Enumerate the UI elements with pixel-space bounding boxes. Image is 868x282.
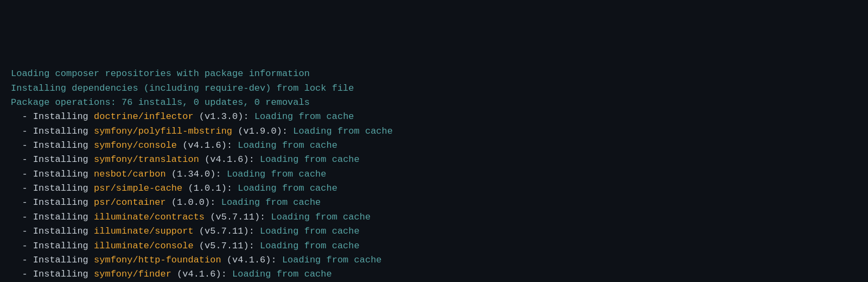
pkg-name: illuminate/support [94, 226, 194, 236]
loading-text: Loading from cache [254, 154, 360, 165]
dash: - Installing [11, 226, 94, 236]
terminal-output: Loading composer repositories with packa… [11, 10, 857, 282]
info-text: Loading composer repositories with packa… [11, 68, 310, 79]
output-line: - Installing symfony/console (v4.1.6): L… [11, 139, 857, 153]
pkg-name: doctrine/inflector [94, 111, 194, 122]
loading-text: Loading from cache [227, 269, 332, 279]
output-line: - Installing illuminate/console (v5.7.11… [11, 239, 857, 253]
dash: - Installing [11, 269, 94, 279]
pkg-version: (v4.1.6): [171, 269, 227, 279]
dash: - Installing [11, 169, 94, 179]
dash: - Installing [11, 140, 94, 151]
dash: - Installing [11, 197, 94, 208]
info-text: Package operations: 76 installs, 0 updat… [11, 97, 310, 108]
output-line: - Installing symfony/finder (v4.1.6): Lo… [11, 267, 857, 281]
pkg-name: illuminate/contracts [94, 212, 205, 222]
pkg-version: (v4.1.6): [221, 255, 277, 265]
output-line: - Installing symfony/translation (v4.1.6… [11, 153, 857, 167]
output-line: - Installing psr/container (1.0.0): Load… [11, 196, 857, 210]
pkg-name: symfony/translation [94, 154, 199, 165]
pkg-name: symfony/finder [94, 269, 171, 279]
prompt-line [11, 10, 857, 67]
pkg-version: (v5.7.11): [205, 212, 265, 222]
spacer [33, 40, 44, 51]
loading-text: Loading from cache [215, 197, 321, 208]
output-line: Loading composer repositories with packa… [11, 67, 857, 81]
output-line: - Installing nesbot/carbon (1.34.0): Loa… [11, 167, 857, 181]
pkg-name: symfony/console [94, 140, 177, 151]
dash: - Installing [11, 255, 94, 265]
loading-text: Loading from cache [232, 140, 337, 151]
pkg-version: (v4.1.6): [199, 154, 254, 165]
loading-text: Loading from cache [221, 169, 327, 179]
pkg-name: psr/simple-cache [94, 183, 182, 193]
pkg-version: (1.0.1): [182, 183, 232, 193]
dash: - Installing [11, 241, 94, 251]
output-line: - Installing illuminate/contracts (v5.7.… [11, 210, 857, 224]
dash: - Installing [11, 111, 94, 122]
loading-text: Loading from cache [265, 212, 371, 222]
pkg-name: illuminate/console [94, 241, 194, 251]
pkg-name: psr/container [94, 197, 166, 208]
loading-text: Loading from cache [232, 183, 337, 193]
output-line: - Installing symfony/http-foundation (v4… [11, 253, 857, 267]
pkg-version: (v5.7.11): [194, 226, 254, 236]
pkg-version: (v4.1.6): [177, 140, 232, 151]
output-line: - Installing psr/simple-cache (1.0.1): L… [11, 181, 857, 196]
pkg-version: (v5.7.11): [194, 241, 254, 251]
pkg-version: (1.34.0): [166, 169, 221, 179]
pkg-version: (1.0.0): [166, 197, 216, 208]
loading-text: Loading from cache [277, 255, 382, 265]
info-text: Installing dependencies (including requi… [11, 83, 354, 93]
dash: - Installing [11, 154, 94, 165]
pkg-version: (v1.9.0): [232, 126, 288, 136]
dash: - Installing [11, 126, 94, 136]
output-line: Package operations: 76 installs, 0 updat… [11, 96, 857, 110]
output-lines: Loading composer repositories with packa… [11, 67, 857, 282]
loading-text: Loading from cache [254, 241, 360, 251]
pkg-name: nesbot/carbon [94, 169, 166, 179]
loading-text: Loading from cache [254, 226, 360, 236]
pkg-name: symfony/http-foundation [94, 255, 221, 265]
output-line: - Installing doctrine/inflector (v1.3.0)… [11, 110, 857, 124]
output-line: - Installing illuminate/support (v5.7.11… [11, 224, 857, 239]
pkg-version: (v1.3.0): [194, 111, 249, 122]
output-line: Installing dependencies (including requi… [11, 82, 857, 96]
pkg-name: symfony/polyfill-mbstring [94, 126, 232, 136]
output-line: - Installing symfony/polyfill-mbstring (… [11, 124, 857, 139]
loading-text: Loading from cache [249, 111, 354, 122]
dash: - Installing [11, 183, 94, 193]
dash: - Installing [11, 212, 94, 222]
loading-text: Loading from cache [288, 126, 393, 136]
